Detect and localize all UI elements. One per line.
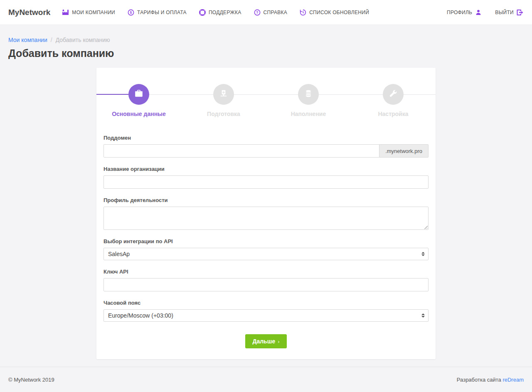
step-settings[interactable]: Настройка [351,84,436,117]
page: MyNetwork МОИ КОМПАНИИ $ ТАРИФЫ И ОПЛАТА… [0,0,532,392]
nav-item-my-companies[interactable]: МОИ КОМПАНИИ [62,9,115,15]
subdomain-label: Поддомен [103,135,429,141]
person-icon [475,9,482,16]
breadcrumb: Мои компании/Добавить компанию [0,25,532,43]
nav-item-label: ПРОФИЛЬ [447,10,472,15]
api-key-input[interactable] [103,278,429,291]
history-icon [300,9,306,16]
timezone-select[interactable]: Europe/Moscow (+03:00) [103,309,429,322]
step-label: Наполнение [291,111,326,117]
step-circle [213,84,234,105]
nav-item-label: МОИ КОМПАНИИ [72,10,115,15]
top-navbar: MyNetwork МОИ КОМПАНИИ $ ТАРИФЫ И ОПЛАТА… [0,0,532,25]
nav-item-tariffs[interactable]: $ ТАРИФЫ И ОПЛАТА [128,9,187,16]
org-name-label: Название организации [103,166,429,172]
page-footer: © MyNetwork 2019 Разработка сайта reDrea… [0,367,532,392]
install-icon [219,89,228,100]
field-timezone: Часовой пояс Europe/Moscow (+03:00) [103,300,429,322]
svg-text:$: $ [130,10,132,15]
question-circle-icon: ? [254,9,261,16]
api-integration-select[interactable]: SalesAp [103,248,429,260]
logout-icon [517,9,524,16]
api-integration-label: Выбор интеграции по API [103,238,429,244]
step-label: Подготовка [207,111,240,117]
footer-copyright: © MyNetwork 2019 [8,377,54,383]
footer-credit-text: Разработка сайта [457,377,501,383]
field-activity-profile: Профиль деятельности [103,197,429,230]
nav-item-updates[interactable]: СПИСОК ОБНОВЛЕНИЙ [300,9,369,16]
nav-item-help[interactable]: ? СПРАВКА [254,9,288,16]
activity-profile-label: Профиль деятельности [103,197,429,203]
timezone-label: Часовой пояс [103,300,429,306]
nav-item-logout[interactable]: ВЫЙТИ [495,9,524,16]
activity-profile-textarea[interactable] [103,207,429,230]
next-button-label: Дальше [252,338,275,345]
nav-item-profile[interactable]: ПРОФИЛЬ [447,9,482,16]
svg-text:?: ? [256,10,259,15]
step-circle [128,84,149,105]
footer-credit-link[interactable]: reDream [502,377,524,383]
nav-item-label: ПОДДЕРЖКА [209,10,241,15]
field-subdomain: Поддомен .mynetwork.pro [103,135,429,158]
form-actions: Дальше › [103,330,429,352]
subdomain-suffix: .mynetwork.pro [379,144,429,158]
nav-menu: МОИ КОМПАНИИ $ ТАРИФЫ И ОПЛАТА ПОДДЕРЖКА… [62,9,369,16]
nav-item-label: СПИСОК ОБНОВЛЕНИЙ [309,10,369,15]
nav-user-menu: ПРОФИЛЬ ВЫЙТИ [447,9,524,16]
step-circle [383,84,404,105]
org-name-input[interactable] [103,175,429,189]
step-label: Настройка [378,111,408,117]
factory-icon [62,9,69,15]
wrench-icon [389,89,398,100]
footer-credit: Разработка сайта reDream [457,377,524,383]
field-api-key: Ключ API [103,269,429,291]
nav-item-label: ВЫЙТИ [495,10,514,15]
main-content: Мои компании/Добавить компанию Добавить … [0,25,532,367]
step-filling[interactable]: Наполнение [266,84,351,117]
dollar-circle-icon: $ [128,9,134,16]
breadcrumb-current: Добавить компанию [56,37,110,43]
field-org-name: Название организации [103,166,429,189]
step-circle [298,84,319,105]
step-basic-data[interactable]: Основные данные [96,84,181,117]
chevron-right-icon: › [278,338,279,345]
breadcrumb-separator: / [51,37,52,43]
step-preparation[interactable]: Подготовка [181,84,266,117]
next-button[interactable]: Дальше › [245,334,286,348]
brand-logo[interactable]: MyNetwork [8,8,50,17]
breadcrumb-link-my-companies[interactable]: Мои компании [8,37,47,43]
subdomain-input[interactable] [103,144,379,158]
field-api-integration: Выбор интеграции по API SalesAp [103,238,429,260]
nav-item-support[interactable]: ПОДДЕРЖКА [199,9,241,16]
step-label: Основные данные [112,111,166,117]
lifebuoy-icon [199,9,206,16]
nav-item-label: ТАРИФЫ И ОПЛАТА [137,10,187,15]
api-key-label: Ключ API [103,269,429,275]
nav-item-label: СПРАВКА [264,10,288,15]
wizard-stepper: Основные данные Подготовка [96,68,436,117]
page-title: Добавить компанию [0,43,532,59]
briefcase-icon [134,89,143,100]
add-company-form: Поддомен .mynetwork.pro Название организ… [96,117,436,352]
database-icon [304,89,313,100]
add-company-card: Основные данные Подготовка [96,68,436,359]
